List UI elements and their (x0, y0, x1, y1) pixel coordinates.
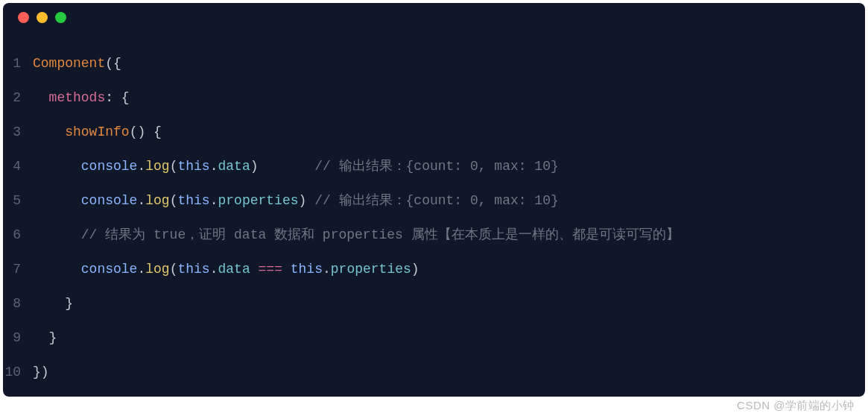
code-content: methods: { (33, 81, 130, 115)
token-comment: // 输出结果：{count: 0, max: 10} (314, 159, 559, 174)
close-icon[interactable] (18, 12, 29, 23)
code-line: 6 // 结果为 true，证明 data 数据和 properties 属性【… (3, 218, 865, 252)
token-punc: . (210, 193, 218, 208)
watermark: CSDN @学前端的小钟 (737, 399, 855, 413)
line-number: 2 (3, 81, 33, 115)
code-content: Component({ (33, 46, 121, 81)
token-builtin: console (81, 262, 138, 277)
token-punc: ({ (105, 56, 121, 71)
token-comment: // 结果为 true，证明 data 数据和 properties 属性【在本… (81, 227, 679, 242)
code-line: 3 showInfo() { (3, 115, 865, 149)
code-area: 1Component({2 methods: {3 showInfo() {4 … (3, 31, 865, 397)
token-punc: ) (411, 262, 419, 277)
token-builtin: this (177, 193, 209, 208)
line-number: 4 (3, 149, 33, 183)
line-number: 3 (3, 115, 33, 149)
token-builtin: this (291, 262, 323, 277)
token-method: log (145, 193, 169, 208)
code-content: console.log(this.data) // 输出结果：{count: 0… (33, 149, 559, 183)
token-punc (282, 262, 291, 277)
code-content: } (33, 286, 73, 321)
token-punc: . (137, 159, 145, 174)
code-content: console.log(this.properties) // 输出结果：{co… (33, 183, 559, 218)
line-number: 8 (3, 286, 33, 321)
code-line: 2 methods: { (3, 81, 865, 115)
token-key: methods (49, 90, 106, 105)
token-punc: . (210, 159, 218, 174)
code-line: 9 } (3, 321, 865, 355)
token-punc: } (49, 330, 57, 345)
line-number: 5 (3, 183, 33, 218)
code-content: showInfo() { (33, 115, 162, 149)
code-line: 1Component({ (3, 46, 865, 81)
token-builtin: this (177, 262, 209, 277)
token-builtin: this (177, 159, 209, 174)
token-punc: ) (299, 193, 315, 208)
line-number: 6 (3, 218, 33, 252)
minimize-icon[interactable] (37, 12, 48, 23)
token-call: Component (33, 56, 105, 71)
code-content: } (33, 321, 57, 355)
code-line: 4 console.log(this.data) // 输出结果：{count:… (3, 149, 865, 183)
token-method: log (145, 159, 169, 174)
token-prop: data (218, 159, 250, 174)
titlebar (3, 3, 865, 31)
line-number: 10 (3, 355, 33, 389)
token-punc: . (137, 262, 145, 277)
code-line: 7 console.log(this.data === this.propert… (3, 252, 865, 286)
line-number: 1 (3, 46, 33, 81)
code-line: 5 console.log(this.properties) // 输出结果：{… (3, 183, 865, 218)
code-line: 10}) (3, 355, 865, 389)
code-line: 8 } (3, 286, 865, 321)
token-punc: }) (33, 365, 49, 379)
token-punc: ( (170, 193, 178, 208)
token-prop: data (218, 262, 250, 277)
token-punc: . (210, 262, 218, 277)
maximize-icon[interactable] (55, 12, 66, 23)
token-builtin: console (81, 193, 138, 208)
token-punc: . (137, 193, 145, 208)
token-punc: ( (170, 159, 178, 174)
line-number: 9 (3, 321, 33, 355)
token-call: showInfo (65, 125, 129, 139)
code-content: }) (33, 355, 49, 389)
code-window: 1Component({2 methods: {3 showInfo() {4 … (3, 3, 865, 397)
token-method: log (145, 262, 169, 277)
token-punc (250, 262, 259, 277)
token-punc: } (65, 296, 73, 311)
token-builtin: console (81, 159, 138, 174)
token-prop: properties (331, 262, 411, 277)
token-punc: ) (250, 159, 314, 174)
token-comment: // 输出结果：{count: 0, max: 10} (314, 193, 559, 208)
token-prop: properties (218, 193, 299, 208)
token-punc: () { (130, 125, 162, 139)
line-number: 7 (3, 252, 33, 286)
token-punc: ( (170, 262, 178, 277)
token-op: === (259, 262, 282, 277)
token-punc: . (323, 262, 331, 277)
code-content: console.log(this.data === this.propertie… (33, 252, 419, 286)
code-content: // 结果为 true，证明 data 数据和 properties 属性【在本… (33, 218, 679, 252)
token-punc: : { (105, 90, 129, 105)
